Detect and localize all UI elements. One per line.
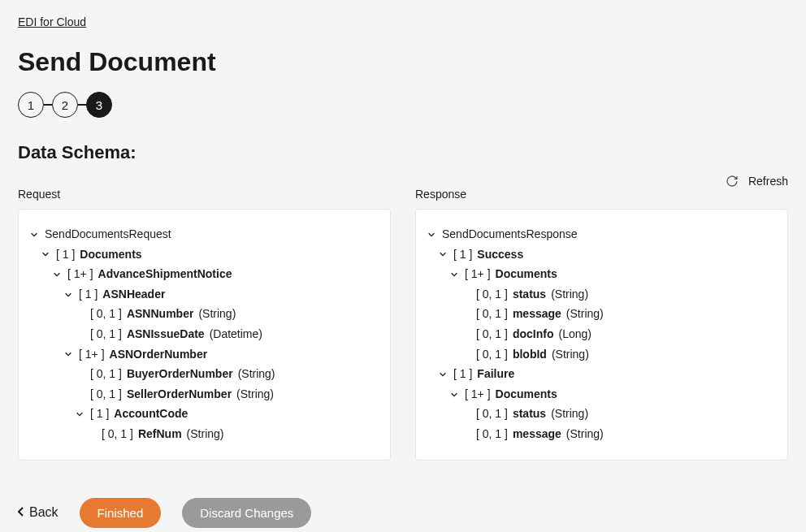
tree-node: [ 0, 1 ] ASNIssueDate (Datetime) xyxy=(74,327,380,343)
cardinality: [ 0, 1 ] xyxy=(476,426,508,443)
tree-node[interactable]: SendDocumentsRequest xyxy=(28,227,380,243)
step-1[interactable]: 1 xyxy=(18,92,44,118)
node-name: BuyerOrderNumber xyxy=(127,366,233,383)
chevron-down-icon[interactable] xyxy=(448,389,460,400)
node-name: Documents xyxy=(496,266,557,283)
node-type: (String) xyxy=(551,287,588,303)
tree-node[interactable]: SendDocumentsResponse xyxy=(426,227,778,243)
node-type: (String) xyxy=(551,406,588,422)
chevron-down-icon[interactable] xyxy=(448,269,460,280)
node-type: (String) xyxy=(566,426,604,443)
node-name: SendDocumentsRequest xyxy=(45,227,171,243)
node-name: status xyxy=(513,287,546,303)
node-type: (String) xyxy=(238,366,275,383)
chevron-down-icon[interactable] xyxy=(74,409,85,420)
tree-node[interactable]: [ 1 ] Documents xyxy=(40,247,380,263)
node-name: ASNNumber xyxy=(127,306,193,322)
breadcrumb-link[interactable]: EDI for Cloud xyxy=(18,15,86,28)
cardinality: [ 0, 1 ] xyxy=(90,366,122,383)
chevron-down-icon[interactable] xyxy=(28,229,40,240)
node-name: Success xyxy=(477,247,523,263)
cardinality: [ 1 ] xyxy=(90,406,109,422)
node-type: (Long) xyxy=(558,327,591,343)
cardinality: [ 1 ] xyxy=(453,247,472,263)
stepper-connector xyxy=(78,104,86,106)
tree-node[interactable]: [ 1 ] Failure xyxy=(437,366,778,383)
step-3[interactable]: 3 xyxy=(86,92,112,118)
tree-node[interactable]: [ 1 ] AccountCode xyxy=(74,406,380,422)
response-column-title: Response xyxy=(415,188,788,201)
node-name: RefNum xyxy=(138,426,182,443)
node-name: Documents xyxy=(496,387,557,403)
chevron-down-icon[interactable] xyxy=(40,249,51,260)
cardinality: [ 1+ ] xyxy=(465,266,491,283)
node-name: AdvanceShipmentNotice xyxy=(98,266,232,283)
node-name: message xyxy=(513,306,561,322)
node-type: (String) xyxy=(552,347,589,363)
node-name: Failure xyxy=(477,366,514,383)
node-type: (String) xyxy=(566,306,604,322)
node-name: status xyxy=(513,406,546,422)
chevron-down-icon[interactable] xyxy=(426,229,437,240)
tree-node[interactable]: [ 1+ ] ASNOrderNumber xyxy=(63,347,380,363)
cardinality: [ 0, 1 ] xyxy=(102,426,133,443)
tree-node: [ 0, 1 ] docInfo (Long) xyxy=(460,327,778,343)
tree-node[interactable]: [ 1 ] ASNHeader xyxy=(63,287,380,303)
cardinality: [ 0, 1 ] xyxy=(476,287,508,303)
chevron-down-icon[interactable] xyxy=(437,249,448,260)
node-type: (String) xyxy=(187,426,224,443)
step-2[interactable]: 2 xyxy=(52,92,78,118)
tree-node[interactable]: [ 1+ ] AdvanceShipmentNotice xyxy=(51,266,380,283)
chevron-left-icon xyxy=(18,505,24,520)
chevron-down-icon[interactable] xyxy=(51,269,63,280)
tree-node: [ 0, 1 ] RefNum (String) xyxy=(85,426,380,443)
cardinality: [ 1 ] xyxy=(453,366,472,383)
finished-button[interactable]: Finished xyxy=(80,498,162,528)
cardinality: [ 1 ] xyxy=(79,287,98,303)
back-label: Back xyxy=(29,505,58,520)
discard-button[interactable]: Discard Changes xyxy=(182,498,311,528)
request-column-title: Request xyxy=(18,188,391,201)
stepper-connector xyxy=(44,104,52,106)
tree-node: [ 0, 1 ] blobId (String) xyxy=(460,347,778,363)
tree-node: [ 0, 1 ] BuyerOrderNumber (String) xyxy=(74,366,380,383)
node-name: blobId xyxy=(513,347,547,363)
node-name: docInfo xyxy=(513,327,554,343)
cardinality: [ 0, 1 ] xyxy=(90,387,122,403)
tree-node: [ 0, 1 ] ASNNumber (String) xyxy=(74,306,380,322)
node-type: (String) xyxy=(236,387,274,403)
tree-node: [ 0, 1 ] message (String) xyxy=(460,306,778,322)
cardinality: [ 0, 1 ] xyxy=(476,327,508,343)
tree-node: [ 0, 1 ] status (String) xyxy=(460,406,778,422)
chevron-down-icon[interactable] xyxy=(63,289,74,301)
stepper: 123 xyxy=(18,92,788,118)
tree-node: [ 0, 1 ] SellerOrderNumber (String) xyxy=(74,387,380,403)
cardinality: [ 1 ] xyxy=(56,247,75,263)
node-name: Documents xyxy=(80,247,141,263)
chevron-down-icon[interactable] xyxy=(437,369,448,380)
node-name: ASNOrderNumber xyxy=(110,347,208,363)
node-name: AccountCode xyxy=(114,406,188,422)
refresh-label[interactable]: Refresh xyxy=(748,175,788,188)
cardinality: [ 1+ ] xyxy=(465,387,491,403)
node-name: message xyxy=(513,426,561,443)
node-name: ASNIssueDate xyxy=(127,327,205,343)
node-name: SellerOrderNumber xyxy=(127,387,232,403)
chevron-down-icon[interactable] xyxy=(63,348,74,360)
cardinality: [ 0, 1 ] xyxy=(476,306,508,322)
tree-node: [ 0, 1 ] message (String) xyxy=(460,426,778,443)
tree-node: [ 0, 1 ] status (String) xyxy=(460,287,778,303)
refresh-icon[interactable] xyxy=(726,175,739,188)
node-type: (Datetime) xyxy=(210,327,262,343)
cardinality: [ 1+ ] xyxy=(67,266,93,283)
tree-node[interactable]: [ 1 ] Success xyxy=(437,247,778,263)
tree-node[interactable]: [ 1+ ] Documents xyxy=(448,387,778,403)
node-type: (String) xyxy=(198,306,236,322)
cardinality: [ 0, 1 ] xyxy=(90,306,122,322)
cardinality: [ 0, 1 ] xyxy=(476,406,508,422)
tree-node[interactable]: [ 1+ ] Documents xyxy=(448,266,778,283)
back-button[interactable]: Back xyxy=(18,505,58,520)
node-name: SendDocumentsResponse xyxy=(442,227,578,243)
section-title: Data Schema: xyxy=(18,142,788,163)
cardinality: [ 0, 1 ] xyxy=(90,327,122,343)
